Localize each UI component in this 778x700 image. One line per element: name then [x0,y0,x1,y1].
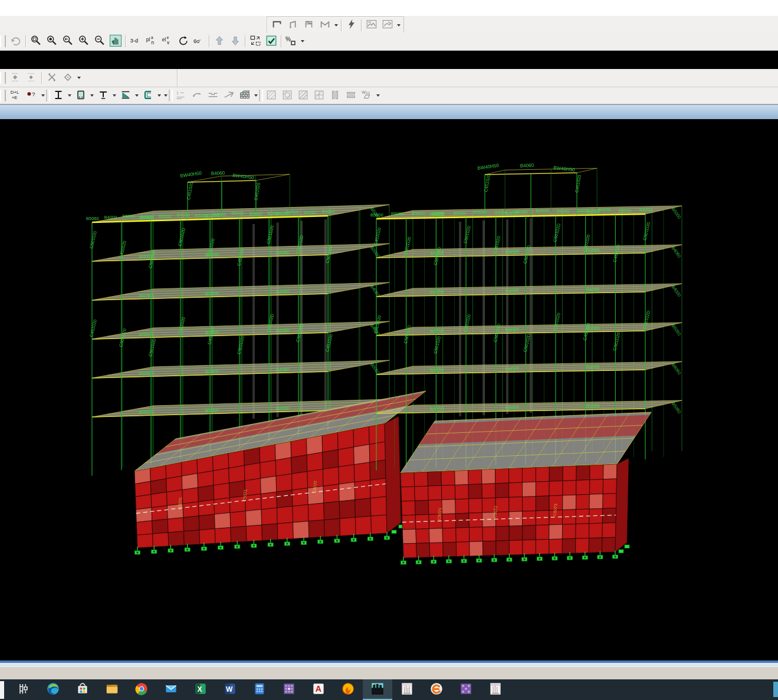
zoom-out-button[interactable] [91,34,107,49]
svg-text:B4060: B4060 [671,245,682,259]
perspective-button[interactable]: 6o' [191,34,207,49]
zoom-previous-button[interactable] [60,34,75,49]
rotate-view-button[interactable] [175,34,191,49]
taskbar-item-photo-doc-a[interactable] [392,679,422,700]
svg-text:B8060: B8060 [505,327,520,333]
view-3d-button[interactable]: 3-d [127,34,143,49]
shrink-objects-button[interactable] [247,34,263,49]
taskbar-item-ms-store[interactable] [68,679,97,700]
clear-selection-button[interactable] [44,70,60,86]
move-down-level-icon [229,34,242,49]
move-down-level-button [227,34,243,49]
pan-icon [109,34,122,49]
run-analysis-button[interactable] [343,18,359,33]
section-rect-button[interactable] [73,88,88,103]
dropdown-caret[interactable] [333,18,339,33]
taskbar-item-word[interactable]: W [215,679,245,700]
svg-text:C451020: C451020 [88,319,98,338]
svg-text:B5060: B5060 [671,401,682,415]
taskbar-item-mail[interactable] [156,679,186,700]
display-image-b-button[interactable] [379,18,395,33]
calculator-icon [252,681,267,699]
taskbar-item-excel[interactable]: X [186,679,215,700]
joint-label-b-button[interactable] [24,70,40,86]
svg-text:X: X [198,685,202,693]
wall-stack-button[interactable] [237,88,252,103]
view-plan-button[interactable]: plan [143,34,159,49]
draw-frame-pinned-button[interactable] [285,18,301,33]
hatch-d-button [311,88,327,103]
etabs-application-window: { "menu": { "items": [ {"id":"menu-item-… [0,0,778,700]
display-options-button[interactable] [263,34,279,49]
joint-label-a-icon [9,71,22,86]
svg-text:C451020: C451020 [373,227,382,246]
draw-frame-fixed-button[interactable] [301,18,317,33]
taskbar-item-app-structural-white[interactable] [9,679,38,700]
gem-select-button[interactable] [60,70,75,86]
query-button[interactable]: ? [24,88,40,103]
toolbar-grip[interactable] [0,90,6,101]
svg-text:A: A [316,684,321,694]
svg-text:B5060: B5060 [86,216,99,221]
svg-text:B4060: B4060 [211,170,225,176]
draw-frame-portal-button[interactable] [269,18,285,33]
dropdown-caret[interactable] [162,88,169,103]
app-structural-white-icon [16,681,31,699]
taskbar-item-photo-doc-b[interactable] [481,679,510,700]
load-combo-button[interactable]: D+L+E [8,88,24,103]
taskbar-item-calculator[interactable] [245,679,274,700]
object-present-button[interactable]: % [283,34,299,49]
dropdown-caret[interactable] [88,88,95,103]
taskbar-item-chrome[interactable] [127,679,156,700]
zoom-in-button[interactable] [75,34,91,49]
dropdown-caret[interactable] [252,88,259,103]
section-t-button[interactable] [95,88,111,103]
hatch-b-icon [281,88,294,103]
dropdown-caret[interactable] [75,70,82,86]
taskbar-item-autocad[interactable]: A [304,679,333,700]
rotate-view-icon [177,34,190,49]
taskbar-item-purple-grid-app-2[interactable] [451,679,481,700]
zoom-window-button[interactable] [28,34,44,49]
section-i-button[interactable] [50,88,66,103]
draw-frame-pinned-icon [287,18,300,32]
svg-text:B8060: B8060 [276,406,290,412]
section-z-button[interactable] [117,88,133,103]
svg-text:B5050: B5050 [432,211,445,216]
svg-text:B5000: B5000 [671,206,682,220]
display-image-a-button[interactable] [363,18,379,33]
section-c-button[interactable] [140,88,156,103]
selection-toolbar [0,69,778,87]
windows-taskbar: XWA [0,679,778,700]
dropdown-caret[interactable] [40,88,46,103]
taskbar-item-etabs-model-window[interactable] [363,679,392,700]
taskbar-item-purple-grid-app[interactable] [274,679,304,700]
dropdown-caret[interactable] [375,88,381,103]
dropdown-caret[interactable] [133,88,140,103]
view-elevation-button[interactable]: elev [159,34,175,49]
dropdown-caret[interactable] [395,18,402,33]
toolbar-grip[interactable] [0,35,6,47]
hatch-a-icon [265,88,278,103]
draw-frame-braced-button[interactable] [317,18,333,33]
wall-design-button[interactable]: W [359,88,375,103]
taskbar-item-etabs-app[interactable] [422,679,451,700]
taskbar-item-firefox[interactable] [333,679,363,700]
dropdown-caret[interactable] [66,88,73,103]
joint-label-a-button[interactable] [8,70,24,86]
dropdown-caret[interactable] [111,88,117,103]
zoom-extents-button[interactable] [44,34,60,49]
toolbar-grip[interactable] [0,72,6,84]
dropdown-caret[interactable] [156,88,162,103]
pan-button[interactable] [107,34,123,49]
purple-grid-app-icon [281,681,297,699]
display-image-a-icon [365,18,378,32]
building-right[interactable]: B5000B4060B4000B5000B5050B8060B5060B4060… [370,163,682,564]
building-left[interactable]: B5060B5000B4060B5060B4000B5050B8060B5000… [86,170,426,554]
undo-icon [9,34,22,49]
view-elevation-icon: elev [161,34,174,49]
taskbar-item-file-explorer[interactable] [97,679,127,700]
taskbar-item-edge[interactable] [38,679,68,700]
dropdown-caret[interactable] [299,34,306,49]
model-3d-view[interactable]: B5060B5000B4060B5060B4000B5050B8060B5000… [0,119,778,660]
